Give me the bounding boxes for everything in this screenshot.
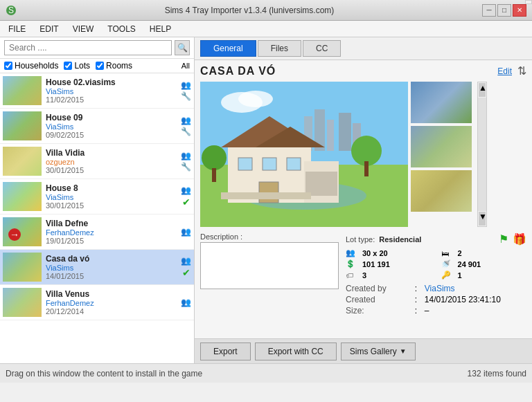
item-icons: 👥 (181, 298, 191, 307)
bath-icon: 🚿 (441, 259, 452, 268)
export-with-cc-button[interactable]: Export with CC (255, 342, 337, 360)
bed-icon: 🛏 (441, 249, 452, 257)
item-name: Villa Defne (46, 219, 179, 228)
people-icon: 👥 (181, 116, 191, 125)
gift-icon: 🎁 (513, 232, 526, 246)
maximize-button[interactable]: □ (497, 4, 511, 17)
item-author: ozguezn (46, 158, 179, 166)
item-thumbnail (3, 76, 42, 105)
svg-point-4 (238, 91, 273, 107)
item-name: House 09 (46, 113, 179, 122)
window-title: Sims 4 Tray Importer v1.3.4 (luniversims… (17, 6, 482, 15)
sort-icon[interactable]: ⇅ (517, 64, 526, 77)
svg-rect-25 (221, 192, 311, 199)
tab-bar: General Files CC (195, 37, 532, 60)
filter-households[interactable]: Households (4, 61, 58, 71)
size-label: Size: (346, 306, 412, 316)
item-date: 30/01/2015 (46, 166, 179, 174)
created-by-value: ViaSims (425, 284, 526, 293)
stats-grid: 👥 30 x 20 🛏 2 💲 101 191 🚿 24 901 🏷 3 🔑 1 (346, 248, 526, 280)
item-thumbnail (3, 147, 42, 176)
item-date: 14/01/2015 (46, 272, 179, 280)
thumbnail-2[interactable] (411, 126, 472, 167)
sims-gallery-button[interactable]: Sims Gallery ▼ (341, 342, 416, 360)
item-date: 30/01/2015 (46, 201, 179, 210)
main-image (200, 82, 408, 227)
key-count: 1 (458, 271, 526, 280)
edit-link[interactable]: Edit (497, 66, 512, 76)
thumbnail-1[interactable] (411, 82, 472, 123)
minimize-button[interactable]: ─ (482, 4, 496, 17)
content-area: CASA DA VÓ Edit ⇅ (195, 60, 532, 338)
details-section: Lot type: Residencial ⚑ 🎁 👥 30 x 20 🛏 2 … (346, 232, 526, 316)
list-item[interactable]: Casa da vó ViaSims 14/01/2015 👥 ✔ (0, 250, 194, 285)
item-info: House 02.viasims ViaSims 11/02/2015 (46, 77, 179, 104)
tab-files[interactable]: Files (258, 40, 301, 57)
tab-general[interactable]: General (200, 40, 256, 57)
people-icon: 👥 (181, 80, 191, 90)
bath-count: 24 901 (458, 260, 526, 268)
item-info: House 09 ViaSims 09/02/2015 (46, 113, 179, 139)
filter-rooms[interactable]: Rooms (96, 61, 132, 71)
lot-size: 30 x 20 (362, 249, 436, 257)
item-name: Villa Vidia (46, 148, 179, 158)
item-icons: 👥 (181, 227, 191, 237)
menu-view[interactable]: VIEW (67, 23, 100, 35)
list-item[interactable]: Villa Venus FerhanDemez 20/12/2014 👥 (0, 285, 194, 320)
item-author: FerhanDemez (46, 299, 179, 307)
money-icon: 💲 (346, 259, 357, 268)
search-button[interactable]: 🔍 (175, 40, 190, 55)
menu-tools[interactable]: TOOLS (102, 23, 141, 35)
list-item[interactable]: House 8 ViaSims 30/01/2015 👥 ✔ (0, 179, 194, 214)
svg-text:S: S (8, 6, 14, 15)
item-name: House 02.viasims (46, 77, 179, 87)
item-date: 11/02/2015 (46, 95, 179, 104)
item-name: Villa Venus (46, 289, 179, 299)
list-item[interactable]: → Villa Defne FerhanDemez 19/01/2015 👥 (0, 214, 194, 250)
drag-status-text: Drag on this window the content to insta… (6, 369, 468, 378)
meta-grid: Created by : ViaSims Created : 14/01/201… (346, 284, 526, 316)
checkmark-icon: ✔ (182, 267, 190, 278)
tab-cc[interactable]: CC (303, 40, 341, 57)
thumbnail-column (411, 82, 475, 227)
list-item[interactable]: House 02.viasims ViaSims 11/02/2015 👥 🔧 (0, 73, 194, 109)
svg-rect-8 (339, 113, 351, 151)
list-item[interactable]: House 09 ViaSims 09/02/2015 👥 🔧 (0, 109, 194, 144)
tool-icon: 🔧 (181, 91, 191, 101)
description-textarea[interactable] (200, 242, 339, 289)
list-item[interactable]: Villa Vidia ozguezn 30/01/2015 👥 🔧 (0, 144, 194, 179)
lot-value: 101 191 (362, 260, 436, 268)
chevron-down-icon: ▼ (400, 347, 407, 355)
main-container: 🔍 Households Lots Rooms All (0, 37, 532, 363)
images-row: ▲ ▼ (200, 82, 526, 227)
menu-file[interactable]: FILE (3, 23, 31, 35)
filter-all[interactable]: All (181, 62, 190, 70)
left-panel: 🔍 Households Lots Rooms All (0, 37, 195, 363)
filter-lots[interactable]: Lots (64, 61, 90, 71)
meta-info: Created by : ViaSims Created : 14/01/201… (346, 284, 526, 316)
search-input[interactable] (4, 40, 172, 55)
item-author: ViaSims (46, 122, 179, 131)
thumb-scrollbar[interactable]: ▲ ▼ (477, 82, 487, 227)
close-button[interactable]: ✕ (513, 4, 526, 17)
thumbnail-3[interactable] (411, 170, 472, 212)
scroll-down-arrow[interactable]: ▼ (479, 212, 486, 226)
item-author: FerhanDemez (46, 228, 179, 237)
sims-gallery-label: Sims Gallery (350, 347, 397, 356)
svg-point-21 (202, 145, 227, 170)
export-button[interactable]: Export (200, 342, 251, 360)
lot-type-value: Residencial (379, 235, 421, 244)
item-date: 09/02/2015 (46, 131, 179, 139)
tag-count: 3 (362, 271, 436, 280)
menu-edit[interactable]: EDIT (34, 23, 64, 35)
description-section: Description : (200, 232, 339, 316)
menu-help[interactable]: HELP (144, 23, 177, 35)
item-date: 20/12/2014 (46, 307, 179, 316)
item-thumbnail: → (3, 217, 42, 246)
filter-bar: Households Lots Rooms All (0, 59, 194, 73)
item-title: CASA DA VÓ (200, 65, 276, 77)
scroll-up-arrow[interactable]: ▲ (479, 83, 486, 97)
size-value: – (425, 306, 526, 316)
desc-details-row: Description : Lot type: Residencial ⚑ 🎁 … (200, 232, 526, 316)
status-bar: Drag on this window the content to insta… (0, 363, 532, 383)
